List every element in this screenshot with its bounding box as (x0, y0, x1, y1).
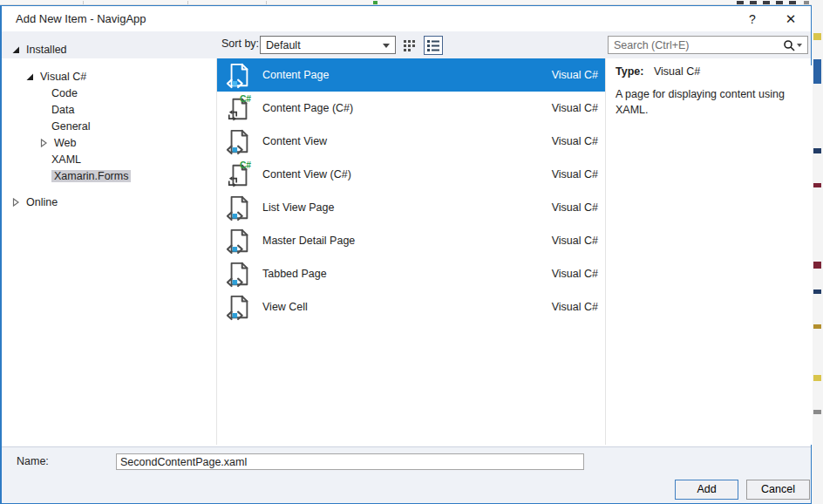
template-row-master-detail-page[interactable]: Master Detail Page Visual C# (217, 224, 605, 257)
tree-node-visual-csharp[interactable]: Visual C# (25, 69, 86, 85)
xaml-page-icon (226, 293, 252, 321)
template-name: Tabbed Page (262, 268, 552, 280)
small-icons-view-button[interactable] (400, 36, 419, 55)
svg-text:C#: C# (240, 160, 251, 170)
title-bar: Add New Item - NavigApp ? ✕ (2, 6, 811, 31)
csharp-page-icon: C# (226, 160, 252, 188)
template-language: Visual C# (552, 201, 598, 214)
type-label: Type: (616, 65, 643, 78)
tree-node-installed[interactable]: Installed (11, 42, 67, 58)
list-view-icon (426, 38, 440, 52)
list-view-button[interactable] (424, 36, 443, 55)
chevron-down-icon (383, 44, 390, 48)
background-app-edge (812, 0, 823, 504)
screen: Add New Item - NavigApp ? ✕ Sort by: Def… (0, 0, 823, 504)
template-row-tabbed-page[interactable]: Tabbed Page Visual C# (217, 257, 605, 290)
expanded-triangle-icon (25, 72, 34, 81)
template-language: Visual C# (552, 301, 598, 313)
small-icons-grid-icon (403, 38, 417, 52)
close-button[interactable]: ✕ (778, 10, 804, 29)
type-value: Visual C# (654, 65, 700, 78)
cancel-button[interactable]: Cancel (746, 480, 810, 500)
template-row-view-cell[interactable]: View Cell Visual C# (217, 290, 605, 324)
category-tree: Installed Visual C# Code Data General We… (3, 31, 216, 445)
tree-node-online[interactable]: Online (11, 194, 58, 210)
tree-node-xaml[interactable]: XAML (51, 152, 81, 167)
xaml-page-icon (226, 260, 252, 288)
template-description: A page for displaying content using XAML… (616, 86, 813, 118)
sort-by-value: Default (266, 39, 301, 51)
template-name: Content View (262, 135, 552, 147)
tree-node-web[interactable]: Web (39, 135, 76, 151)
add-new-item-dialog: Add New Item - NavigApp ? ✕ Sort by: Def… (0, 5, 812, 504)
template-row-list-view-page[interactable]: List View Page Visual C# (217, 191, 605, 224)
sort-by-dropdown[interactable]: Default (260, 36, 396, 54)
svg-text:C#: C# (240, 94, 251, 104)
template-list: Content Page Visual C# C# Content Page (… (217, 58, 605, 445)
template-row-content-view[interactable]: Content View Visual C# (217, 125, 605, 158)
template-name: Content View (C#) (262, 168, 552, 180)
name-input[interactable] (116, 453, 584, 470)
template-row-content-page-cs[interactable]: C# Content Page (C#) Visual C# (217, 92, 605, 125)
xaml-page-icon (226, 227, 252, 255)
search-icon[interactable] (783, 39, 795, 51)
template-language: Visual C# (552, 135, 598, 147)
add-button[interactable]: Add (675, 480, 738, 500)
dialog-title: Add New Item - NavigApp (16, 12, 146, 25)
template-name: View Cell (262, 301, 552, 313)
search-box (608, 36, 808, 54)
template-detail-panel: Type: Visual C# A page for displaying co… (616, 65, 813, 445)
xaml-page-icon (226, 127, 252, 155)
collapsed-triangle-icon (11, 198, 20, 207)
search-options-caret-icon[interactable] (797, 44, 802, 47)
template-language: Visual C# (552, 102, 598, 114)
search-input[interactable] (609, 39, 783, 51)
template-language: Visual C# (552, 168, 598, 180)
template-row-content-view-cs[interactable]: C# Content View (C#) Visual C# (217, 158, 605, 191)
template-language: Visual C# (552, 235, 598, 247)
template-language: Visual C# (552, 268, 598, 280)
template-name: Master Detail Page (262, 235, 552, 247)
template-name: Content Page (C#) (262, 102, 552, 114)
sort-by-label: Sort by: (221, 37, 259, 50)
help-button[interactable]: ? (739, 10, 765, 29)
template-row-content-page[interactable]: Content Page Visual C# (217, 58, 605, 92)
template-language: Visual C# (552, 69, 598, 81)
tree-node-code[interactable]: Code (51, 85, 78, 101)
xaml-page-icon (226, 194, 252, 221)
panel-divider (605, 58, 606, 445)
template-name: Content Page (262, 69, 552, 81)
tree-node-data[interactable]: Data (51, 102, 74, 118)
name-label: Name: (17, 455, 49, 467)
dialog-footer: Name: Add Cancel (2, 446, 811, 503)
collapsed-triangle-icon (39, 139, 48, 147)
tree-node-xamarin-forms[interactable]: Xamarin.Forms (51, 168, 131, 184)
xaml-page-icon (226, 61, 252, 89)
expanded-triangle-icon (11, 45, 20, 54)
template-name: List View Page (262, 201, 552, 214)
tree-node-general[interactable]: General (51, 119, 90, 134)
csharp-page-icon: C# (226, 94, 252, 122)
